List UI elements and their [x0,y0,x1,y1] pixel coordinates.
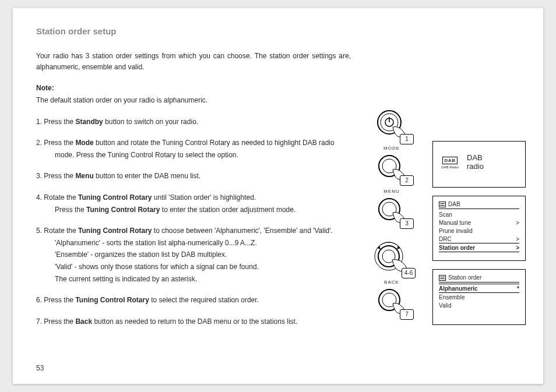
dab-logo-icon: DAB DAB Radio [439,157,461,169]
mode-button-diagram: 2 [373,151,410,183]
screen-station-order: Station order Alphanumeric * Ensemble Va… [432,269,526,325]
menu-item-valid: Valid [439,301,519,309]
menu-item-ensemble: Ensemble [439,293,519,301]
standby-button-diagram: 1 [373,107,410,142]
selected-indicator-icon: * [517,285,519,292]
step-3: 3. Press the Menu button to enter the DA… [36,171,351,182]
screen-dab-menu: DAB Scan Manual tune > Prune invalid DRC… [432,196,526,261]
chevron-right-icon: > [516,245,519,251]
back-label: BACK [363,280,421,285]
step-6: 6. Press the Tuning Control Rotary to se… [36,295,351,306]
button-diagrams: 1 MODE 2 MENU 3 [363,107,421,319]
menu-button-diagram: 3 [373,194,410,227]
menu-item-station-order: Station order > [439,243,519,252]
diagram-tag-3: 3 [400,218,414,229]
screen-title: DAB radio [467,154,484,171]
text-column: Station order setup Your radio has 3 sta… [36,24,351,327]
screen-dab-radio: DAB DAB Radio DAB radio [432,141,526,188]
menu-item-manual-tune: Manual tune > [439,218,519,227]
screen-mockups: DAB DAB Radio DAB radio DAB Scan Manual … [432,141,526,325]
menu-header: DAB [439,201,519,209]
chevron-right-icon: > [516,236,519,242]
menu-item-drc: DRC > [439,235,519,243]
note-body: The default station order on your radio … [36,95,351,106]
diagram-tag-7: 7 [400,309,414,320]
menu-item-alphanumeric: Alphanumeric * [439,284,519,293]
step-4: 4. Rotate the Tuning Control Rotary unti… [36,192,351,215]
step-1: 1. Press the Standby button to switch on… [36,116,351,128]
menu-header: Station order [439,274,519,282]
menu-label: MENU [363,189,421,194]
page-number: 53 [36,364,44,372]
tuning-rotary-diagram: 4-6 [371,239,412,276]
list-icon [439,202,446,207]
diagram-tag-2: 2 [400,175,414,186]
mode-label: MODE [363,146,421,151]
section-title: Station order setup [36,24,351,38]
diagram-tag-1: 1 [400,134,414,144]
step-7: 7. Press the Back button as needed to re… [36,316,351,327]
step-5: 5. Rotate the Tuning Control Rotary to c… [36,225,351,284]
steps-list: 1. Press the Standby button to switch on… [36,116,351,327]
back-button-diagram: 7 [373,285,410,317]
manual-page: Station order setup Your radio has 3 sta… [13,8,543,384]
chevron-right-icon: > [516,220,519,226]
intro-paragraph: Your radio has 3 station order settings … [36,51,351,72]
step-2: 2. Press the Mode button and rotate the … [36,137,351,160]
menu-item-prune-invalid: Prune invalid [439,227,519,235]
menu-item-scan: Scan [439,210,519,218]
list-icon [439,275,446,281]
diagram-tag-4-6: 4-6 [402,268,416,278]
note-label: Note: [36,83,351,94]
